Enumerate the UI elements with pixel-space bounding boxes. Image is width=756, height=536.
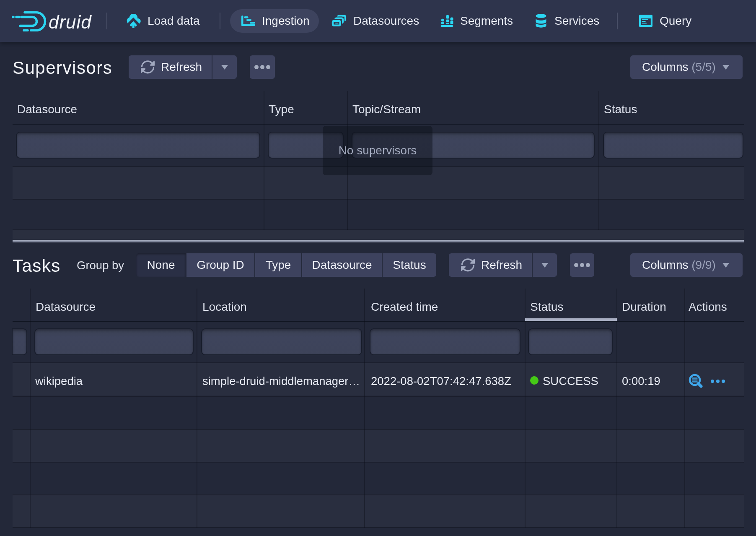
- svg-text:druid: druid: [49, 12, 92, 31]
